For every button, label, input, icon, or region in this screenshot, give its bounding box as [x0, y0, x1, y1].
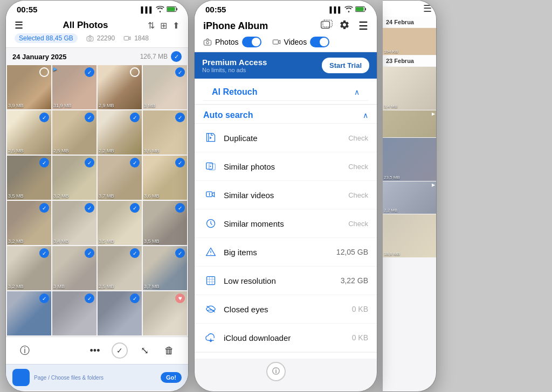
photo-select[interactable]: ✓: [130, 203, 140, 213]
icloud-downloader-item[interactable]: iCloud downloader 0 KB: [195, 324, 377, 352]
right-header-icons: ☰: [321, 19, 368, 32]
photo-gallery-icon[interactable]: [321, 19, 333, 32]
photo-cell[interactable]: 2,5 MB ✓: [98, 246, 142, 290]
photo-cell[interactable]: 3 MB ✓: [143, 65, 187, 109]
svg-rect-13: [273, 40, 278, 44]
left-time: 00:55: [17, 5, 37, 14]
auto-search-header[interactable]: Auto search ∧: [195, 104, 377, 124]
photo-select[interactable]: ✓: [39, 203, 49, 213]
info-button[interactable]: ⓘ: [17, 342, 33, 359]
partial-menu-icon[interactable]: ☰: [423, 3, 432, 15]
svg-rect-1: [176, 8, 177, 10]
ai-retouch-header[interactable]: AI Retouch ∧: [203, 82, 368, 101]
photo-cell[interactable]: 3,2 MB ✓: [7, 246, 51, 290]
photos-switch[interactable]: [242, 37, 261, 47]
similar-videos-item[interactable]: Similar videos Check: [195, 181, 377, 209]
photo-select[interactable]: ✓: [39, 113, 49, 122]
photo-select[interactable]: ✓: [85, 293, 94, 303]
premium-banner: Premium Access No limits, no ads Start T…: [195, 52, 377, 79]
photo-cell[interactable]: 3 MB ✓: [52, 246, 96, 290]
similar-moments-item[interactable]: Similar moments Check: [195, 209, 377, 238]
low-resolution-item[interactable]: Low resolution 3,22 GB: [195, 267, 377, 295]
videos-toggle[interactable]: Videos: [272, 37, 330, 47]
photo-select[interactable]: ✓: [85, 203, 94, 213]
photo-cell[interactable]: 2,9 MB: [98, 65, 142, 109]
partial-photo-item[interactable]: 2,2 MB ▶: [383, 181, 436, 214]
similar-photos-item[interactable]: Similar photos Check: [195, 152, 377, 181]
photo-select[interactable]: ✓: [39, 293, 49, 303]
videos-switch[interactable]: [310, 37, 329, 47]
similar-photos-check[interactable]: Check: [348, 163, 368, 171]
photo-select[interactable]: ✓: [175, 113, 185, 122]
photo-cell[interactable]: ✓: [98, 291, 142, 335]
photo-cell[interactable]: 3,9 MB: [7, 65, 51, 109]
more-button[interactable]: •••: [87, 342, 103, 359]
photo-select[interactable]: ✓: [175, 203, 185, 213]
right-menu-icon[interactable]: ☰: [356, 19, 368, 32]
partial-photo-item[interactable]: 3,4 MB: [383, 67, 436, 110]
partial-photo-item[interactable]: 194 KB: [383, 28, 436, 55]
photo-cell[interactable]: ✓: [7, 291, 51, 335]
filter-icon[interactable]: ⊞: [160, 20, 167, 31]
photo-cell[interactable]: ✓: [52, 291, 96, 335]
closed-eyes-item[interactable]: Closed eyes 0 KB: [195, 295, 377, 324]
photo-select[interactable]: ✓: [130, 113, 140, 122]
ad-go-button[interactable]: Go!: [161, 372, 182, 383]
photo-cell[interactable]: 3,5 MB ✓: [143, 201, 187, 245]
photo-select[interactable]: ✓: [175, 158, 185, 167]
partial-photo-item[interactable]: 18,8 MB: [383, 214, 436, 257]
photo-cell[interactable]: 3,2 MB ✓: [7, 201, 51, 245]
manage-label: Manage: [203, 358, 236, 359]
photo-select[interactable]: ✓: [85, 67, 94, 77]
delete-button[interactable]: 🗑: [161, 342, 177, 359]
photo-cell[interactable]: 3,6 MB ✓: [143, 156, 187, 200]
photo-cell[interactable]: 2,2 MB ✓: [98, 110, 142, 155]
similar-moments-check[interactable]: Check: [348, 220, 368, 228]
partial-photo-item[interactable]: 23,5 MB: [383, 138, 436, 181]
photo-select[interactable]: ✓: [130, 293, 140, 303]
menu-icon[interactable]: ☰: [15, 19, 23, 31]
photo-cell[interactable]: 3,7 MB ✓: [98, 156, 142, 200]
photo-select[interactable]: ✓: [39, 158, 49, 167]
photo-cell[interactable]: 3,5 MB ✓: [7, 156, 51, 200]
photo-count: 22290: [86, 34, 115, 42]
signal-icon: ▌▌▌: [141, 6, 154, 13]
photo-select[interactable]: ✓: [130, 158, 140, 167]
photo-select[interactable]: ✓: [39, 248, 49, 258]
photo-select[interactable]: ✓: [85, 113, 94, 122]
photo-select[interactable]: [130, 67, 140, 77]
photo-select[interactable]: [39, 67, 49, 77]
duplicate-check[interactable]: Check: [348, 134, 368, 142]
photo-cell[interactable]: 3,5 MB ✓: [143, 110, 187, 155]
photo-select[interactable]: ✓: [175, 67, 185, 77]
photo-cell[interactable]: 3,5 MB ✓: [98, 201, 142, 245]
start-trial-button[interactable]: Start Trial: [322, 58, 369, 73]
toggle-row: Photos Videos: [203, 37, 368, 47]
resize-button[interactable]: ⤡: [136, 342, 153, 359]
share-icon[interactable]: ⬆: [172, 20, 180, 31]
photo-cell[interactable]: 3,2 MB ✓: [52, 156, 96, 200]
photo-cell[interactable]: 31,9 MB ▶ ✓: [52, 65, 96, 109]
auto-search-label: Auto search: [203, 110, 253, 120]
duplicate-item[interactable]: Duplicate Check: [195, 124, 377, 152]
photo-cell[interactable]: 2,5 MB ✓: [52, 110, 96, 155]
photo-select[interactable]: ✓: [85, 248, 94, 258]
partial-photo-item[interactable]: ▶: [383, 110, 436, 137]
photo-cell[interactable]: ♥: [143, 291, 187, 335]
photos-toggle[interactable]: Photos: [203, 37, 261, 47]
photo-select[interactable]: ✓: [85, 158, 94, 167]
check-button[interactable]: ✓: [112, 342, 128, 359]
settings-icon[interactable]: [339, 19, 350, 32]
similar-videos-check[interactable]: Check: [348, 191, 368, 199]
photo-cell[interactable]: 3,7 MB ✓: [143, 246, 187, 290]
big-items-item[interactable]: Big items 12,05 GB: [195, 238, 377, 267]
sort-icon[interactable]: ⇅: [148, 20, 155, 31]
manage-section[interactable]: Manage ∧: [195, 352, 377, 359]
closed-eyes-value: 0 KB: [352, 305, 368, 313]
photo-select[interactable]: ✓: [130, 248, 140, 258]
photo-cell[interactable]: 3,4 MB ✓: [52, 201, 96, 245]
select-all-check[interactable]: ✓: [171, 51, 182, 62]
photo-select[interactable]: ♥: [175, 293, 185, 303]
photo-cell[interactable]: 2,5 MB ✓: [7, 110, 51, 155]
photo-select[interactable]: ✓: [175, 248, 185, 258]
